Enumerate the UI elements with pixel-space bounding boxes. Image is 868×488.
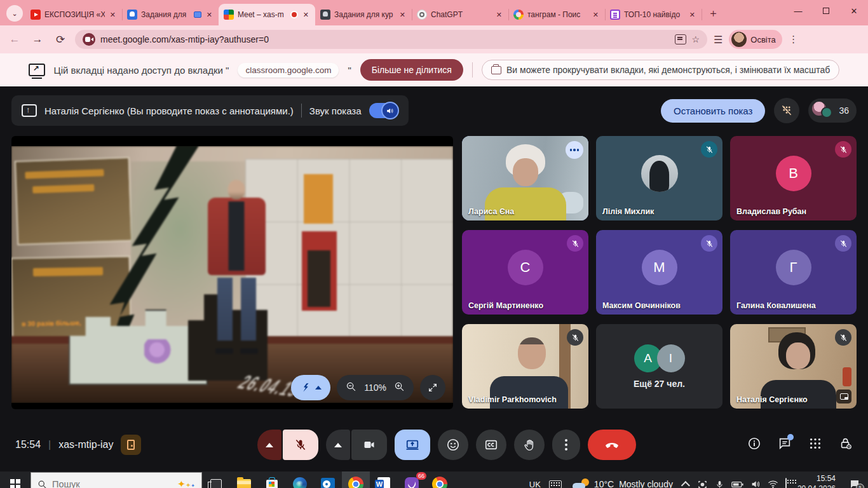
new-tab-button[interactable]: ＋ [708,6,719,20]
word-button[interactable]: W [370,471,398,488]
participant-tile[interactable]: Г Галина Ковалишена [730,230,857,315]
back-button[interactable]: ← [6,33,23,46]
tab-google-search[interactable]: танграм - Поис ✕ [508,4,605,25]
reactions-button[interactable] [438,430,468,460]
more-options-button[interactable] [552,430,580,460]
close-tab-icon[interactable]: ✕ [109,11,117,19]
outlook-button[interactable] [314,471,342,488]
zoom-out-button[interactable] [346,381,356,395]
meeting-details-button[interactable] [747,437,761,453]
camera-options-button[interactable] [326,430,350,460]
shared-site-pill: classroom.google.com [238,63,339,78]
mic-muted-button[interactable] [283,430,318,460]
close-tab-icon[interactable]: ✕ [205,11,214,19]
mic-muted-icon [567,329,583,346]
window-maximize-button[interactable] [812,6,840,16]
task-view-button[interactable] [202,471,230,488]
close-tab-icon[interactable]: ✕ [688,11,696,19]
close-tab-icon[interactable]: ✕ [592,11,600,19]
tile-options-button[interactable] [566,141,583,159]
close-tab-icon[interactable]: ✕ [302,11,310,19]
window-close-button[interactable]: ✕ [840,6,868,16]
participant-tile[interactable]: Vladimir Parkhomovich [462,324,588,409]
translate-icon[interactable] [675,34,686,44]
participants-button[interactable]: 36 [808,98,857,123]
participant-tile[interactable]: Лілія Михлик [596,136,722,220]
window-minimize-button[interactable]: — [784,6,812,16]
classroom-icon [127,10,137,20]
chrome-button-2[interactable] [426,471,454,488]
captions-button[interactable] [476,430,506,460]
edge-button[interactable] [286,471,314,488]
touch-keyboard-tray-icon[interactable] [785,478,787,488]
chat-button[interactable] [778,437,792,453]
address-bar[interactable]: meet.google.com/xas-mtip-iay?authuser=0 … [75,30,707,49]
start-button[interactable] [0,471,31,488]
taskbar-search[interactable]: ✦✦✦ [31,472,202,488]
bookmark-star-icon[interactable]: ☆ [691,34,700,44]
mic-muted-icon [835,141,851,158]
end-call-button[interactable] [588,430,636,460]
wifi-tray-icon[interactable] [768,480,778,488]
participant-tile[interactable]: Наталія Сергієнко [730,324,857,409]
close-tab-icon[interactable]: ✕ [495,11,503,19]
camera-button[interactable] [351,430,387,460]
tab-search-button[interactable]: ⌄ [6,5,23,22]
keypad-disabled-button[interactable] [774,98,799,123]
mic-muted-icon [701,235,717,252]
stop-presenting-button[interactable]: Остановить показ [661,99,765,123]
mic-options-button[interactable] [257,430,281,460]
participant-tile[interactable]: С Сергій Мартиненко [462,230,588,315]
profile-chip[interactable]: Освіта [729,30,782,49]
side-panel-icon[interactable]: ☰ [714,34,722,46]
microphone-tray-icon[interactable] [715,480,724,488]
participant-tile[interactable]: В Владислав Рубан [730,136,857,220]
microsoft-store-button[interactable] [258,471,286,488]
shared-screen-video[interactable]: в 30 разів більше, [11,136,453,409]
zoom-controls: 110% [337,375,414,400]
activities-button[interactable] [808,437,822,453]
raise-hand-button[interactable] [514,430,545,460]
weather-widget[interactable]: 10°C Mostly cloudy [570,478,675,488]
close-tab-icon[interactable]: ✕ [398,11,407,19]
participant-tile[interactable]: Лариса Єна [462,136,588,220]
language-indicator[interactable]: UK [529,480,541,488]
volume-tray-icon[interactable] [750,479,761,488]
tray-expand-icon[interactable] [681,481,690,488]
picture-in-picture-button[interactable] [836,390,851,403]
presenter-label: Наталія Сергієнко (Вы проводите показ с … [44,105,294,116]
file-explorer-button[interactable] [230,471,258,488]
host-controls-button[interactable] [839,437,853,453]
search-input[interactable] [52,479,147,488]
zoom-level: 110% [364,383,386,393]
annotation-button[interactable] [291,375,330,400]
windows-logo-icon [10,479,20,488]
reload-button[interactable]: ⟳ [52,33,69,46]
share-sound-toggle[interactable] [369,103,398,118]
viber-button[interactable]: 66 [398,471,426,488]
browser-menu-icon[interactable]: ⋮ [789,34,799,45]
participant-name: Сергій Мартиненко [468,301,543,310]
tab-classroom-2[interactable]: Задания для кур ✕ [315,4,412,25]
tab-meet-active[interactable]: Meet – xas-m ✕ [219,4,315,25]
battery-tray-icon[interactable] [731,480,743,488]
taskbar-clock[interactable]: 15:54 20.04.2026 [795,474,838,488]
exhibit-poster [15,157,132,246]
tab-classroom-shared[interactable]: Задания для ✕ [122,4,219,25]
screen-record-tray-icon[interactable] [697,479,708,488]
forward-button[interactable]: → [29,33,46,46]
more-participants-tile[interactable]: A I Ещё 27 чел. [596,324,722,409]
fullscreen-button[interactable] [420,375,445,400]
keyboard-layout-icon[interactable] [549,480,562,488]
present-button[interactable] [395,430,430,460]
tab-chatgpt[interactable]: ChatGPT ✕ [412,4,508,25]
chrome-button-active[interactable] [342,471,370,488]
tab-vseosvita[interactable]: ТОП-10 найвідо ✕ [605,4,702,25]
tab-sharing-indicator-icon [194,11,201,18]
stop-sharing-button[interactable]: Більше не ділитися [360,59,463,81]
meet-icon [224,10,234,20]
zoom-in-button[interactable] [394,381,405,395]
notification-center-button[interactable]: 1 [846,478,863,488]
participant-tile[interactable]: М Максим Овчинніков [596,230,722,315]
tab-youtube[interactable]: ЕКСПОЗИЦІЯ «Х ✕ [25,4,122,25]
